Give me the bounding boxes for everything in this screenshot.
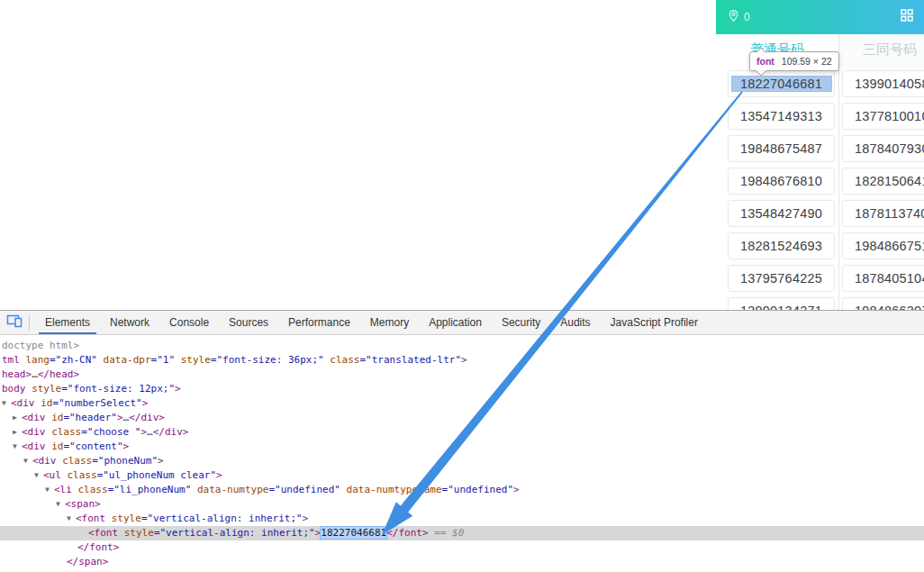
location-pin-button[interactable]: 0: [727, 9, 750, 26]
phone-number-cell[interactable]: 19848675487: [728, 135, 835, 162]
code-token: body: [2, 383, 32, 395]
tab-three-same-numbers[interactable]: 三同号码: [839, 34, 924, 68]
phone-number-cell[interactable]: 1878407930: [842, 135, 924, 162]
code-token: ="undefined": [442, 484, 513, 495]
code-token: >: [117, 412, 123, 423]
code-token: ="phoneNum": [92, 455, 158, 467]
devtools-tab-network[interactable]: Network: [100, 311, 159, 334]
code-token: ="content": [63, 440, 122, 452]
phone-number-cell[interactable]: 13547149313: [728, 103, 835, 130]
code-token: </span>: [67, 556, 108, 567]
phone-number-cell[interactable]: 1984866307: [842, 297, 924, 310]
code-token: …: [32, 368, 38, 380]
dom-node-line[interactable]: ▼<div id="content">: [0, 440, 924, 454]
toggle-device-toolbar-button[interactable]: [0, 311, 29, 334]
devtools-tab-console[interactable]: Console: [159, 311, 219, 334]
expand-arrow-open-icon[interactable]: ▼: [67, 512, 71, 526]
toolbar-separator: [29, 315, 30, 330]
expand-arrow-open-icon[interactable]: ▼: [23, 454, 28, 468]
phone-number-cell[interactable]: 13548427490: [728, 200, 835, 227]
expand-arrow-open-icon[interactable]: ▼: [2, 396, 6, 411]
code-token: head>: [2, 368, 32, 380]
dom-node-line[interactable]: </span>: [0, 555, 924, 569]
code-token: ="1": [151, 354, 176, 366]
code-token: ="ul_phoneNum clear": [97, 469, 216, 481]
code-token: ="undefined": [268, 484, 340, 495]
dom-node-line[interactable]: ▶<div class="choose ">…</div>: [0, 425, 924, 440]
code-token: class: [78, 484, 108, 495]
phone-number-cell[interactable]: 1399014058: [842, 70, 924, 97]
phone-number-cell[interactable]: 1878405104: [842, 265, 924, 292]
expand-arrow-open-icon[interactable]: ▼: [45, 483, 50, 497]
devtools-tab-performance[interactable]: Performance: [278, 311, 360, 334]
devtools-tab-sources[interactable]: Sources: [219, 311, 278, 334]
tooltip-dimensions: 109.59 × 22: [782, 56, 832, 67]
phone-number-cell[interactable]: 1828150641: [842, 168, 924, 195]
code-token: <ul: [43, 469, 68, 481]
phone-number-cell[interactable]: 13990134271: [728, 297, 835, 310]
dom-node-line[interactable]: ▼<li class="li_phoneNum" data-numtype="u…: [0, 483, 924, 497]
code-token: ="font-size: 36px;": [211, 354, 324, 366]
grid-menu-button[interactable]: [901, 9, 913, 25]
devtools-tab-bar: ElementsNetworkConsoleSourcesPerformance…: [35, 311, 708, 334]
code-token: [175, 354, 181, 366]
selected-dom-node-line[interactable]: <font style="vertical-align: inherit;">1…: [0, 526, 924, 540]
dom-node-line[interactable]: ▼<font style="vertical-align: inherit;">: [0, 512, 924, 526]
devtools-tab-audits[interactable]: Audits: [550, 311, 600, 334]
column-divider: [838, 34, 839, 310]
mobile-header: 0: [716, 0, 924, 34]
dom-node-line[interactable]: ▼<div class="phoneNum">: [0, 454, 924, 468]
code-token: class: [68, 469, 97, 481]
dom-node-line[interactable]: </font>: [0, 540, 924, 555]
device-toolbar-icon: [6, 313, 23, 331]
code-token: <li: [54, 484, 78, 495]
dom-node-line[interactable]: body style="font-size: 12px;">: [0, 382, 924, 396]
phone-number-cell[interactable]: 13795764225: [728, 265, 835, 292]
code-token: >: [216, 469, 222, 481]
devtools-tab-javascript-profiler[interactable]: JavaScript Profiler: [601, 311, 708, 334]
dom-node-line[interactable]: doctype html>: [0, 339, 924, 353]
code-token: …: [147, 426, 153, 438]
code-token: ="li_phoneNum": [108, 484, 192, 495]
code-token: tml: [2, 354, 26, 366]
code-token: <div: [11, 397, 41, 409]
phone-number-cell[interactable]: 19848676810: [728, 168, 835, 195]
expand-arrow-closed-icon[interactable]: ▶: [13, 411, 17, 425]
expand-arrow-open-icon[interactable]: ▼: [13, 440, 17, 454]
location-pin-icon: [727, 9, 740, 26]
dom-node-line[interactable]: head>…</head>: [0, 368, 924, 382]
code-token: <div: [32, 455, 62, 467]
code-token: ="vertical-align: inherit;": [154, 527, 315, 539]
devtools-panel: ElementsNetworkConsoleSourcesPerformance…: [0, 310, 924, 572]
phone-number-cell[interactable]: 1377810010: [842, 103, 924, 130]
location-count: 0: [744, 11, 750, 23]
code-token: >: [513, 484, 520, 495]
code-token: id: [51, 412, 63, 423]
devtools-tab-elements[interactable]: Elements: [35, 311, 100, 334]
selected-text-node: 18227046681: [321, 527, 386, 539]
dom-node-line[interactable]: ▼<span>: [0, 497, 924, 512]
code-token: <span>: [65, 498, 101, 510]
phone-number-cell[interactable]: 18227046681: [728, 70, 835, 97]
dom-node-line[interactable]: ▶<div id="header">…</div>: [0, 411, 924, 425]
code-token: id: [51, 440, 63, 452]
dom-node-line[interactable]: ▼<ul class="ul_phoneNum clear">: [0, 468, 924, 483]
devtools-tab-memory[interactable]: Memory: [360, 311, 419, 334]
code-token: style: [181, 354, 211, 366]
code-token: doctype html>: [2, 340, 79, 351]
code-token: lang: [26, 354, 50, 366]
dom-node-line[interactable]: ▼<div id="numberSelect">: [0, 396, 924, 411]
dom-node-line[interactable]: tml lang="zh-CN" data-dpr="1" style="fon…: [0, 353, 924, 368]
code-token: style: [32, 383, 61, 395]
code-token: <font: [88, 527, 124, 539]
expand-arrow-closed-icon[interactable]: ▶: [13, 425, 17, 440]
code-token: >: [175, 383, 181, 395]
code-token: <font: [76, 513, 112, 524]
phone-number-cell[interactable]: 1984866751: [842, 232, 924, 259]
devtools-tab-application[interactable]: Application: [419, 311, 492, 334]
expand-arrow-open-icon[interactable]: ▼: [34, 468, 39, 483]
expand-arrow-open-icon[interactable]: ▼: [56, 497, 60, 512]
phone-number-cell[interactable]: 18281524693: [728, 232, 835, 259]
devtools-tab-security[interactable]: Security: [492, 311, 550, 334]
phone-number-cell[interactable]: 1878113740: [842, 200, 924, 227]
